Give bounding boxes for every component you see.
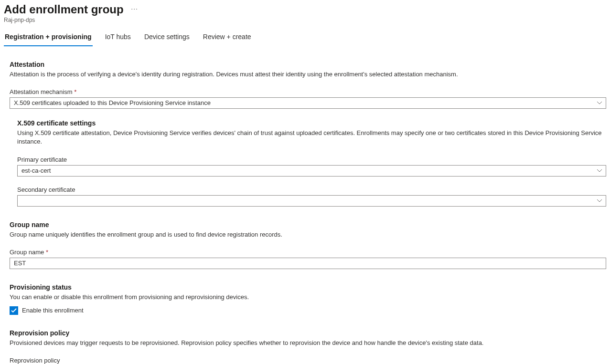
tab-iot-hubs[interactable]: IoT hubs	[104, 30, 132, 46]
group-name-heading: Group name	[10, 221, 606, 229]
reprovision-policy-heading: Reprovision policy	[10, 329, 606, 337]
provisioning-status-heading: Provisioning status	[10, 283, 606, 291]
reprovision-policy-label: Reprovision policy	[10, 357, 606, 364]
attestation-description: Attestation is the process of verifying …	[10, 70, 606, 79]
secondary-certificate-label: Secondary certificate	[17, 186, 606, 193]
enable-enrollment-checkbox[interactable]	[10, 306, 18, 315]
tab-registration-provisioning[interactable]: Registration + provisioning	[4, 30, 93, 46]
secondary-certificate-select[interactable]	[17, 195, 606, 207]
group-name-description: Group name uniquely identifies the enrol…	[10, 230, 606, 239]
attestation-mechanism-value: X.509 certificates uploaded to this Devi…	[14, 100, 211, 106]
tab-review-create[interactable]: Review + create	[202, 30, 252, 46]
group-name-label-text: Group name	[10, 249, 44, 256]
x509-description: Using X.509 certificate attestation, Dev…	[17, 129, 606, 146]
required-indicator: *	[74, 88, 76, 95]
provisioning-status-description: You can enable or disable this enrollmen…	[10, 293, 606, 302]
attestation-mechanism-label: Attestation mechanism *	[10, 88, 606, 95]
attestation-mechanism-label-text: Attestation mechanism	[10, 88, 73, 95]
attestation-mechanism-select[interactable]: X.509 certificates uploaded to this Devi…	[10, 97, 606, 109]
page-title: Add enrollment group	[4, 3, 124, 16]
page-subtitle: Raj-pnp-dps	[4, 17, 606, 23]
attestation-heading: Attestation	[10, 61, 606, 68]
primary-certificate-value: est-ca-cert	[21, 167, 51, 174]
primary-certificate-select[interactable]: est-ca-cert	[17, 165, 606, 177]
tab-bar: Registration + provisioning IoT hubs Dev…	[4, 30, 606, 46]
group-name-input[interactable]	[10, 258, 606, 269]
primary-certificate-label: Primary certificate	[17, 156, 606, 163]
x509-heading: X.509 certificate settings	[17, 119, 606, 127]
more-actions-button[interactable]: ···	[131, 5, 138, 12]
required-indicator: *	[46, 249, 48, 256]
group-name-label: Group name *	[10, 249, 606, 256]
reprovision-policy-description: Provisioned devices may trigger requests…	[10, 339, 606, 347]
tab-device-settings[interactable]: Device settings	[143, 30, 191, 46]
enable-enrollment-label: Enable this enrollment	[22, 307, 84, 314]
